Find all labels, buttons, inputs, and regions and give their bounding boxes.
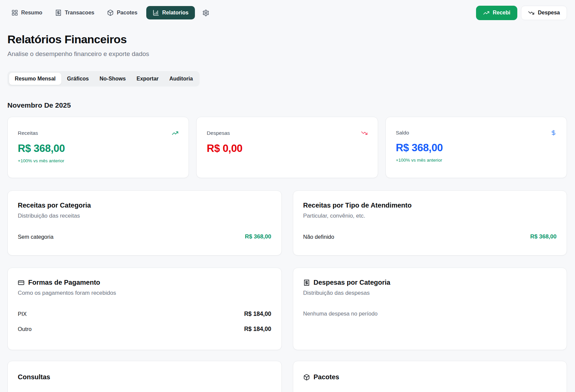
dollar-icon [551, 130, 557, 136]
tab-graficos[interactable]: Gráficos [62, 73, 94, 85]
package-icon [107, 9, 114, 16]
receipt-icon [303, 279, 310, 286]
bar-chart-icon [153, 9, 159, 16]
stat-value: R$ 0,00 [207, 143, 367, 155]
recebi-button-label: Recebi [493, 10, 510, 16]
card-title: Formas de Pagamento [28, 279, 100, 286]
formas-pagamento-card: Formas de Pagamento Como os pagamentos f… [7, 268, 282, 350]
stat-card-saldo: Saldo R$ 368,00 +100% vs mês anterior [385, 117, 567, 178]
top-nav: Resumo Transacoes Pacote [7, 5, 567, 20]
bottom-row: Consultas Pacotes [7, 361, 567, 392]
tab-auditoria[interactable]: Auditoria [164, 73, 198, 85]
stat-label: Receitas [18, 130, 38, 136]
nav-item-label: Resumo [21, 10, 42, 16]
card-subtitle: Como os pagamentos foram recebidos [18, 290, 271, 296]
grid-icon [11, 9, 18, 16]
card-title: Pacotes [314, 373, 339, 381]
category-value: R$ 368,00 [530, 233, 557, 240]
nav-item-pacotes[interactable]: Pacotes [103, 6, 141, 19]
card-title: Receitas por Categoria [18, 202, 271, 209]
receipt-icon [55, 9, 62, 16]
page-title: Relatórios Financeiros [7, 33, 567, 46]
nav-item-label: Relatorios [162, 10, 189, 16]
pacotes-card: Pacotes [293, 361, 567, 392]
receitas-categoria-card: Receitas por Categoria Distribuição das … [7, 190, 282, 256]
tab-resumo-mensal[interactable]: Resumo Mensal [9, 73, 61, 85]
payment-label: PIX [18, 311, 27, 317]
stat-caption: +100% vs mês anterior [396, 158, 557, 163]
category-value: R$ 368,00 [245, 233, 271, 240]
payment-value: R$ 184,00 [244, 326, 271, 333]
receitas-atendimento-card: Receitas por Tipo de Atendimento Particu… [293, 190, 567, 256]
payment-row: Outro R$ 184,00 [18, 322, 271, 337]
nav-item-resumo[interactable]: Resumo [7, 6, 46, 19]
nav-menu: Resumo Transacoes Pacote [7, 6, 212, 19]
nav-item-label: Transacoes [65, 10, 94, 16]
stat-value: R$ 368,00 [396, 142, 557, 154]
card-subtitle: Distribuição das receitas [18, 213, 271, 219]
tab-exportar[interactable]: Exportar [132, 73, 164, 85]
despesa-button-label: Despesa [538, 10, 560, 16]
breakdown-row: Receitas por Categoria Distribuição das … [7, 190, 567, 256]
category-label: Sem categoria [18, 234, 53, 240]
stat-caption: +100% vs mês anterior [18, 158, 178, 164]
consultas-card: Consultas [7, 361, 282, 392]
credit-card-icon [18, 279, 24, 286]
stat-label: Despesas [207, 130, 230, 136]
trending-up-icon [172, 130, 178, 136]
month-heading: Novembro De 2025 [7, 101, 567, 109]
card-subtitle: Particular, convênio, etc. [303, 213, 557, 219]
page-subtitle: Analise o desempenho financeiro e export… [7, 50, 567, 58]
card-title: Receitas por Tipo de Atendimento [303, 202, 557, 209]
payment-row: PIX R$ 184,00 [18, 306, 271, 322]
trending-down-icon [361, 130, 368, 136]
despesa-button[interactable]: Despesa [521, 6, 567, 20]
stat-caption [207, 158, 367, 164]
gear-icon[interactable] [200, 7, 212, 19]
nav-actions: Recebi Despesa [476, 6, 567, 20]
despesas-categoria-card: Despesas por Categoria Distribuição das … [293, 268, 567, 350]
payment-label: Outro [18, 326, 32, 332]
stat-label: Saldo [396, 130, 409, 136]
category-row: Não definido R$ 368,00 [303, 229, 557, 244]
empty-state-message: Nenhuma despesa no período [303, 311, 557, 317]
report-tabs: Resumo Mensal Gráficos No-Shows Exportar… [7, 71, 200, 87]
nav-item-relatorios[interactable]: Relatorios [146, 6, 195, 19]
card-subtitle: Distribuição das despesas [303, 290, 557, 296]
stat-card-despesas: Despesas R$ 0,00 [196, 117, 378, 178]
reports-page: Resumo Transacoes Pacote [0, 0, 575, 392]
nav-item-transacoes[interactable]: Transacoes [51, 6, 98, 19]
category-row: Sem categoria R$ 368,00 [18, 229, 271, 244]
package-icon [303, 374, 310, 381]
trending-up-icon [483, 10, 489, 16]
recebi-button[interactable]: Recebi [476, 6, 517, 20]
nav-item-label: Pacotes [117, 10, 137, 16]
payments-row: Formas de Pagamento Como os pagamentos f… [7, 268, 567, 350]
tab-no-shows[interactable]: No-Shows [95, 73, 131, 85]
payment-value: R$ 184,00 [244, 311, 271, 318]
stat-card-receitas: Receitas R$ 368,00 +100% vs mês anterior [7, 117, 189, 178]
category-label: Não definido [303, 234, 334, 240]
stats-grid: Receitas R$ 368,00 +100% vs mês anterior… [7, 117, 567, 178]
trending-down-icon [528, 10, 534, 16]
card-title: Despesas por Categoria [314, 279, 390, 286]
card-title: Consultas [18, 373, 271, 381]
stat-value: R$ 368,00 [18, 143, 178, 155]
